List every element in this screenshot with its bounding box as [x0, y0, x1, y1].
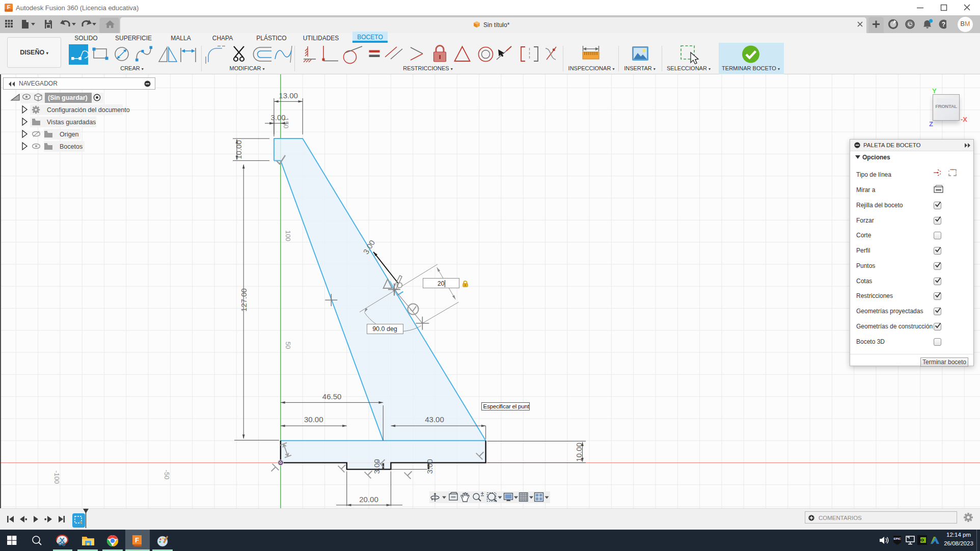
svg-text:-50: -50: [163, 470, 171, 480]
svg-text:50: 50: [284, 342, 292, 349]
svg-text:10.00: 10.00: [234, 140, 243, 159]
svg-text:46.50: 46.50: [322, 392, 342, 401]
svg-text:3.00: 3.00: [372, 459, 381, 474]
svg-text:127.00: 127.00: [239, 288, 248, 312]
svg-text:3.00: 3.00: [270, 113, 285, 122]
svg-text:100: 100: [284, 230, 292, 241]
svg-text:13.00: 13.00: [279, 91, 298, 100]
svg-text:43.00: 43.00: [425, 415, 444, 424]
svg-text:10.00: 10.00: [575, 443, 583, 462]
svg-text:30.00: 30.00: [304, 415, 323, 424]
svg-text:EPIC: EPIC: [893, 537, 901, 540]
svg-text:?: ?: [942, 21, 945, 28]
svg-text:20.00: 20.00: [359, 495, 378, 504]
svg-text:F: F: [135, 536, 139, 544]
svg-text:-100: -100: [53, 471, 61, 484]
svg-text:3.00: 3.00: [425, 459, 434, 474]
